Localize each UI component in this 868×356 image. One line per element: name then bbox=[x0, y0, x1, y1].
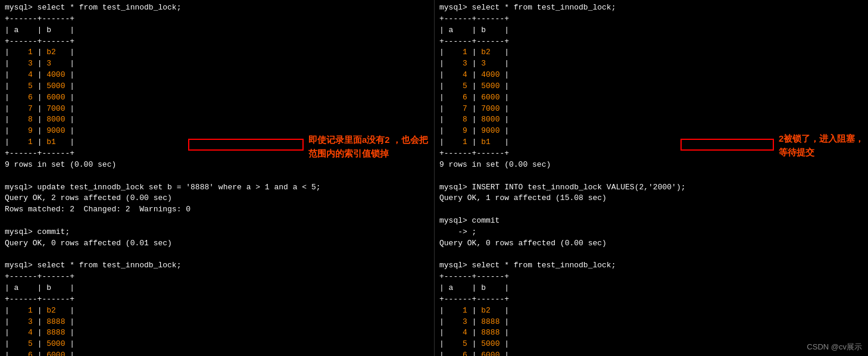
right-annotation: 2被锁了，进入阻塞， 等待提交 bbox=[779, 132, 868, 159]
right-panel: mysql> select * from test_innodb_lock; +… bbox=[434, 0, 868, 356]
left-panel: mysql> select * from test_innodb_lock; +… bbox=[0, 0, 434, 356]
watermark: CSDN @cv展示 bbox=[807, 342, 862, 352]
left-annotation: 即使记录里面a没有2 ，也会把范围内的索引值锁掉 bbox=[308, 133, 434, 160]
right-terminal-content: mysql> select * from test_innodb_lock; +… bbox=[439, 2, 863, 356]
left-terminal-content: mysql> select * from test_innodb_lock; +… bbox=[5, 2, 429, 356]
